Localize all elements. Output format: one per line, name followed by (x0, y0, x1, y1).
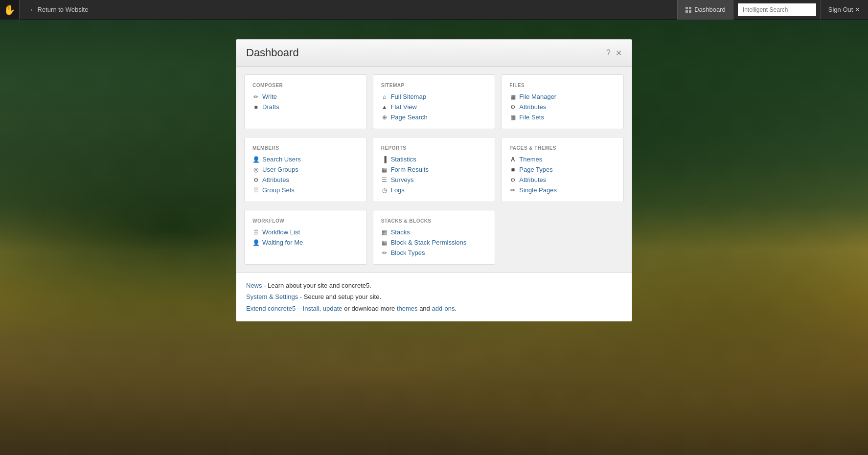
install-update-link[interactable]: Install, update (303, 305, 343, 312)
dashboard-panel: Dashboard ? ✕ COMPOSER ✏ Write ■ Drafts (236, 39, 632, 321)
logo-box: ✋ (0, 0, 20, 20)
statistics-link[interactable]: Statistics (391, 156, 416, 163)
block-types-icon: ✏ (381, 250, 388, 256)
files-card-title: FILES (509, 83, 616, 88)
block-stack-permissions-icon: ▦ (381, 239, 388, 246)
list-item: ■ Drafts (252, 103, 359, 111)
stacks-blocks-links: ▦ Stacks ▦ Block & Stack Permissions ✏ B… (381, 228, 487, 256)
block-stack-permissions-link[interactable]: Block & Stack Permissions (391, 239, 467, 246)
stacks-link[interactable]: Stacks (391, 228, 410, 236)
workflow-list-link[interactable]: Workflow List (262, 228, 300, 236)
panel-controls: ? ✕ (606, 48, 622, 58)
extend-concrete5-link[interactable]: Extend concrete5 (246, 305, 296, 312)
members-card-title: MEMBERS (252, 145, 359, 151)
panel-help-button[interactable]: ? (606, 48, 611, 57)
list-item: ☰ Surveys (381, 176, 487, 183)
list-item: ◾ Page Types (509, 166, 616, 173)
search-users-link[interactable]: Search Users (262, 156, 301, 163)
list-item: ⚙ Attributes (509, 176, 616, 183)
stacks-blocks-card: STACKS & BLOCKS ▦ Stacks ▦ Block & Stack… (373, 210, 496, 265)
statistics-icon: ▐ (381, 156, 388, 163)
workflow-links: ☰ Workflow List 👤 Waiting for Me (252, 228, 359, 246)
single-pages-link[interactable]: Single Pages (519, 186, 557, 194)
main-area: Dashboard ? ✕ COMPOSER ✏ Write ■ Drafts (0, 20, 868, 455)
list-item: ☰ Group Sets (252, 186, 359, 194)
pages-attributes-icon: ⚙ (509, 177, 516, 183)
topbar-left: ✋ ← Return to Website (0, 0, 677, 20)
themes-link[interactable]: Themes (519, 156, 542, 163)
logs-link[interactable]: Logs (391, 186, 405, 194)
full-sitemap-link[interactable]: Full Sitemap (391, 93, 426, 100)
waiting-for-me-link[interactable]: Waiting for Me (262, 239, 303, 246)
panel-close-button[interactable]: ✕ (616, 48, 622, 58)
list-item: ◷ Logs (381, 186, 487, 194)
extend-prefix: – (296, 305, 302, 312)
members-card: MEMBERS 👤 Search Users ◎ User Groups ⚙ A… (244, 137, 367, 202)
pages-attributes-link[interactable]: Attributes (519, 176, 546, 183)
extend-end: . (455, 305, 457, 312)
single-pages-icon: ✏ (509, 187, 516, 194)
flat-view-link[interactable]: Flat View (391, 103, 417, 111)
form-results-link[interactable]: Form Results (391, 166, 429, 173)
dashboard-nav-label: Dashboard (694, 6, 726, 13)
news-suffix: - Learn about your site and concrete5. (262, 282, 371, 289)
footer-extend-line: Extend concrete5 – Install, update or do… (246, 303, 622, 314)
list-item: ◎ User Groups (252, 166, 359, 173)
drafts-link[interactable]: Drafts (262, 103, 279, 111)
cards-grid-row2: MEMBERS 👤 Search Users ◎ User Groups ⚙ A… (236, 137, 632, 210)
panel-header: Dashboard ? ✕ (236, 40, 632, 67)
members-attributes-icon: ⚙ (252, 177, 259, 183)
list-item: ⌂ Full Sitemap (381, 93, 487, 100)
addons-link[interactable]: add-ons (432, 305, 455, 312)
flat-view-icon: ▲ (381, 104, 388, 111)
page-search-link[interactable]: Page Search (391, 114, 428, 121)
list-item: ▲ Flat View (381, 103, 487, 111)
page-types-link[interactable]: Page Types (519, 166, 552, 173)
members-attributes-link[interactable]: Attributes (262, 176, 289, 183)
files-card: FILES ▦ File Manager ⚙ Attributes ▦ File… (501, 74, 624, 129)
files-attributes-link[interactable]: Attributes (519, 103, 546, 111)
stacks-icon: ▦ (381, 229, 388, 236)
list-item: ▦ Stacks (381, 228, 487, 236)
list-item: ✏ Block Types (381, 249, 487, 256)
list-item: ⚙ Attributes (509, 103, 616, 111)
list-item: ⊕ Page Search (381, 114, 487, 121)
sign-out-button[interactable]: Sign Out ✕ (820, 0, 868, 20)
cards-grid-row1: COMPOSER ✏ Write ■ Drafts SITEMAP (236, 67, 632, 137)
file-sets-link[interactable]: File Sets (519, 114, 544, 121)
panel-footer: News - Learn about your site and concret… (236, 273, 632, 321)
pages-themes-links: A Themes ◾ Page Types ⚙ Attributes ✏ Sin… (509, 156, 616, 194)
block-types-link[interactable]: Block Types (391, 249, 425, 256)
logs-icon: ◷ (381, 187, 388, 194)
system-settings-link[interactable]: System & Settings (246, 293, 298, 300)
user-groups-icon: ◎ (252, 166, 259, 173)
members-links: 👤 Search Users ◎ User Groups ⚙ Attribute… (252, 156, 359, 194)
themes-footer-link[interactable]: themes (397, 305, 418, 312)
news-link[interactable]: News (246, 282, 262, 289)
user-groups-link[interactable]: User Groups (262, 166, 298, 173)
composer-card: COMPOSER ✏ Write ■ Drafts (244, 74, 367, 129)
full-sitemap-icon: ⌂ (381, 93, 388, 100)
empty-card-slot (501, 210, 624, 265)
surveys-link[interactable]: Surveys (391, 176, 414, 183)
group-sets-link[interactable]: Group Sets (262, 186, 295, 194)
file-manager-link[interactable]: File Manager (519, 93, 556, 100)
dashboard-nav-button[interactable]: Dashboard (677, 0, 734, 20)
list-item: ⚙ Attributes (252, 176, 359, 183)
cards-grid-row3: WORKFLOW ☰ Workflow List 👤 Waiting for M… (236, 210, 632, 273)
sitemap-card-title: SITEMAP (381, 83, 487, 88)
page-search-icon: ⊕ (381, 114, 388, 121)
write-link[interactable]: Write (262, 93, 277, 100)
return-to-website-link[interactable]: ← Return to Website (20, 6, 98, 13)
list-item: ▐ Statistics (381, 156, 487, 163)
topbar-right: Dashboard Sign Out ✕ (677, 0, 868, 20)
reports-links: ▐ Statistics ▦ Form Results ☰ Surveys ◷ … (381, 156, 487, 194)
themes-icon: A (509, 156, 516, 163)
pages-themes-card: PAGES & THEMES A Themes ◾ Page Types ⚙ A… (501, 137, 624, 202)
list-item: 👤 Waiting for Me (252, 239, 359, 246)
sitemap-card: SITEMAP ⌂ Full Sitemap ▲ Flat View ⊕ Pag… (373, 74, 496, 129)
list-item: ▦ File Sets (509, 114, 616, 121)
stacks-blocks-card-title: STACKS & BLOCKS (381, 218, 487, 224)
intelligent-search-input[interactable] (738, 3, 816, 16)
system-suffix: - Secure and setup your site. (298, 293, 381, 300)
